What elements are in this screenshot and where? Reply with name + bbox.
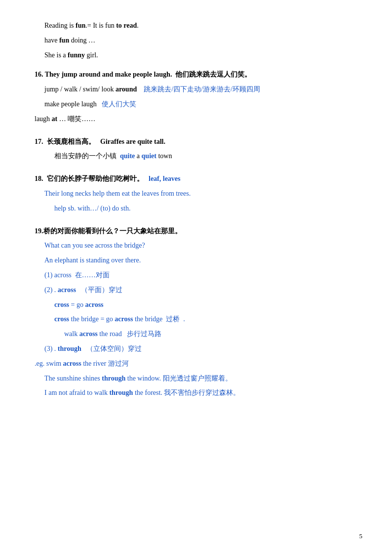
- page-content: Reading is fun.= It is fun to read. have…: [35, 20, 362, 399]
- zh-around: 跳来跳去/四下走动/游来游去/环顾四周: [144, 85, 260, 93]
- section-19-line10: The sunshine shines through the window. …: [44, 373, 362, 384]
- section-19-header: 19.桥的对面你能看到什么？一只大象站在那里。: [35, 225, 362, 237]
- num-16: 16.: [35, 71, 43, 78]
- bold-across-4: across: [115, 315, 133, 323]
- section-16-line1: jump / walk / swim/ look around 跳来跳去/四下走…: [44, 84, 362, 95]
- bold-quiet: quiet: [142, 152, 157, 160]
- bold-cross: cross: [54, 301, 69, 308]
- section-16-line3: laugh at … 嘲笑……: [35, 113, 362, 125]
- section-19: 19.桥的对面你能看到什么？一只大象站在那里。 What can you see…: [35, 225, 362, 399]
- section-18: 18. 它们的长脖子帮助他们吃树叶。 leaf, leaves Their lo…: [35, 173, 362, 214]
- zh-across-2: （平面）穿过: [81, 286, 122, 294]
- bold-cross-2: cross: [54, 315, 69, 323]
- zh-laugh-at: 嘲笑……: [68, 115, 95, 123]
- num-19: 19.桥的对面你能看到什么？一只大象站在那里。: [35, 227, 182, 235]
- zh-sunshine: 阳光透过窗户照耀着。: [163, 375, 232, 382]
- bold-to-read: to read: [116, 22, 137, 29]
- section-19-line3: (1) across 在……对面: [44, 269, 362, 281]
- zh-across-1: 在……对面: [75, 271, 110, 279]
- zh-cross-bridge: 过桥: [166, 315, 180, 323]
- bold-fun: fun: [76, 22, 85, 29]
- section-16-line2: make people laugh 使人们大笑: [44, 98, 362, 110]
- bold-across-river: across: [63, 360, 81, 367]
- zh-16-header: 他们跳来跳去逗人们笑。: [175, 71, 251, 78]
- zh-swim-river: 游过河: [108, 360, 129, 367]
- bold-across-3: across: [85, 301, 103, 308]
- section-19-line4: (2) . across （平面）穿过: [44, 284, 362, 296]
- num-18: 18.: [35, 175, 43, 182]
- intro-line1: Reading is fun.= It is fun to read.: [44, 20, 362, 32]
- intro-line3: She is a funny girl.: [44, 49, 362, 61]
- bold-through: through: [58, 345, 81, 352]
- bold-through-2: through: [102, 375, 125, 382]
- zh-17-header: 长颈鹿相当高。: [47, 138, 95, 145]
- section-19-line5: cross = go across: [54, 299, 362, 311]
- zh-forest: 我不害怕步行穿过森林。: [164, 389, 240, 396]
- zh-through: （立体空间）穿过: [86, 345, 142, 352]
- bold-around: around: [116, 85, 137, 93]
- zh-walk-road: 步行过马路: [127, 330, 161, 338]
- section-17-line1: 相当安静的一个小镇 quite a quiet town: [54, 150, 362, 162]
- section-16: 16. They jump around and make people lau…: [35, 69, 362, 125]
- intro-section: Reading is fun.= It is fun to read. have…: [35, 20, 362, 61]
- bold-quite: quite: [120, 152, 135, 160]
- section-19-line1: What can you see across the bridge?: [44, 240, 362, 252]
- section-18-line2: help sb. with…/ (to) do sth.: [54, 203, 362, 214]
- section-18-line1: Their long necks help them eat the leave…: [44, 188, 362, 200]
- num-17: 17.: [35, 138, 43, 145]
- zh-make-laugh: 使人们大笑: [102, 100, 136, 108]
- section-19-line9: .eg. swim across the river 游过河: [35, 358, 362, 370]
- section-19-line11: I am not afraid to walk through the fore…: [44, 387, 362, 399]
- section-19-line2: An elephant is standing over there.: [44, 255, 362, 266]
- bold-through-3: through: [109, 389, 133, 396]
- section-17-header: 17. 长颈鹿相当高。 Giraffes are quite tall.: [35, 136, 362, 148]
- intro-line2: have fun doing …: [44, 35, 362, 46]
- section-16-header: 16. They jump around and make people lau…: [35, 69, 362, 81]
- bold-fun2: fun: [59, 37, 69, 44]
- bold-at: at: [52, 115, 58, 123]
- bold-funny: funny: [68, 51, 85, 59]
- page-number: 5: [359, 532, 363, 540]
- leaf-leaves: leaf, leaves: [149, 175, 181, 182]
- section-19-line6: cross the bridge = go across the bridge …: [54, 313, 362, 325]
- zh-18-header: 它们的长脖子帮助他们吃树叶。: [47, 175, 144, 182]
- zh-quiet-town: 相当安静的一个小镇: [54, 152, 120, 160]
- section-17: 17. 长颈鹿相当高。 Giraffes are quite tall. 相当安…: [35, 136, 362, 163]
- section-19-line7: walk across the road 步行过马路: [64, 328, 362, 340]
- section-18-header: 18. 它们的长脖子帮助他们吃树叶。 leaf, leaves: [35, 173, 362, 185]
- bold-quite-tall: quite tall.: [137, 138, 165, 145]
- bold-across-2: across: [58, 286, 76, 294]
- section-19-line8: (3) . through （立体空间）穿过: [44, 343, 362, 355]
- bold-across-road: across: [79, 330, 98, 338]
